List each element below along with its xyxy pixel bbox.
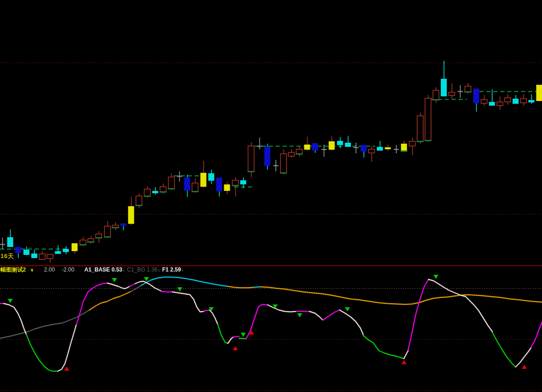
down-arrow-icon: ↓ xyxy=(158,266,160,273)
indicator-header-bar: 幅图测试2 ∨ 2.00-2.00A1_BASE 0.53↓C1_BG 1.36… xyxy=(0,266,542,274)
candle-body-filled xyxy=(224,184,230,191)
candle xyxy=(536,85,542,101)
chevron-down-icon[interactable]: ∨ xyxy=(30,266,34,273)
candle-panel-label: 16天 xyxy=(0,252,14,260)
candle xyxy=(289,149,295,158)
candle xyxy=(39,251,45,259)
candle-body-filled xyxy=(265,147,271,166)
sell-triangle-icon xyxy=(345,307,350,311)
slow-line-cyan xyxy=(141,277,228,286)
candle-body-hollow xyxy=(47,254,53,259)
indicator-lines-layer xyxy=(0,277,542,371)
candle-body-hollow xyxy=(497,102,503,106)
candle-body-filled xyxy=(32,253,38,258)
candle-body-hollow xyxy=(80,240,86,245)
candle-body-filled xyxy=(329,141,335,150)
candle xyxy=(449,83,455,99)
support-dash-layer xyxy=(0,92,542,249)
candle-body-filled xyxy=(63,249,69,252)
candle-body-hollow xyxy=(369,149,375,153)
candle xyxy=(425,95,432,142)
candle xyxy=(144,186,151,198)
candle-body-hollow xyxy=(289,152,295,156)
candle-body-hollow xyxy=(449,92,455,95)
candle-body-filled xyxy=(15,247,21,253)
sell-triangle-icon xyxy=(434,275,439,279)
indicator-readout: A1_BASE 0.53↓ xyxy=(84,266,125,273)
signal-markers-layer xyxy=(8,275,527,371)
candle xyxy=(104,221,111,238)
slow-line-cyan xyxy=(254,287,260,287)
fast-line-green xyxy=(239,338,246,339)
candle-body-hollow xyxy=(39,254,45,259)
candle xyxy=(361,145,367,158)
candle xyxy=(296,146,303,157)
candle-body-filled xyxy=(489,102,495,106)
candle xyxy=(377,141,383,151)
candle xyxy=(401,141,408,152)
candle-body-hollow xyxy=(233,180,239,185)
candle xyxy=(7,229,13,247)
candle-body-hollow xyxy=(248,146,254,171)
candle-body-hollow xyxy=(281,154,287,173)
candle-body-filled xyxy=(208,173,214,181)
candle-body-filled xyxy=(385,147,391,149)
candle xyxy=(184,175,190,197)
candle xyxy=(529,95,535,104)
candle xyxy=(80,237,87,246)
candle-body-hollow xyxy=(96,234,102,238)
candle xyxy=(120,223,126,230)
fast-line-cream xyxy=(516,348,531,367)
candle xyxy=(128,197,134,225)
fast-line-magenta xyxy=(408,279,429,350)
candle xyxy=(15,247,21,258)
fast-line-green xyxy=(492,333,516,367)
candle xyxy=(280,149,287,174)
candle-body-hollow xyxy=(481,100,487,103)
chart-canvas[interactable] xyxy=(0,0,542,392)
candle-body-hollow xyxy=(160,187,166,192)
candle xyxy=(433,87,440,103)
indicator-param: 2.00 xyxy=(44,266,55,273)
candle xyxy=(417,113,424,144)
candle xyxy=(385,145,391,151)
candle-body-filled xyxy=(216,177,222,191)
doji-candle xyxy=(177,171,182,182)
buy-triangle-icon xyxy=(233,346,238,350)
candle xyxy=(265,144,271,170)
fast-line-magenta xyxy=(233,336,239,337)
fast-line-magenta xyxy=(246,304,268,339)
slow-line-orange xyxy=(260,287,542,304)
candle xyxy=(47,254,53,263)
candle xyxy=(505,94,511,105)
indicator-readout: C1_BG 1.36↓ xyxy=(127,266,160,273)
candle-body-filled xyxy=(240,180,246,184)
indicator-name[interactable]: 幅图测试2 xyxy=(0,266,26,273)
candle-body-hollow xyxy=(192,183,198,191)
candle xyxy=(63,246,69,254)
candle xyxy=(95,231,102,243)
candle xyxy=(473,89,479,112)
candle-body-filled xyxy=(312,143,318,151)
candle-body-filled xyxy=(201,173,207,187)
fast-line-magenta xyxy=(76,283,107,324)
buy-triangle-icon xyxy=(64,367,69,371)
fast-line-cream xyxy=(107,283,130,289)
down-arrow-icon: ↓ xyxy=(122,266,125,273)
candle-body-filled xyxy=(72,243,78,251)
sell-triangle-icon xyxy=(241,333,246,337)
candle xyxy=(497,96,503,110)
candle-body-hollow xyxy=(113,225,119,228)
fast-line-magenta xyxy=(204,310,209,311)
candle xyxy=(72,243,78,254)
indicator-readout: F1 2.59↓ xyxy=(162,266,184,273)
doji-candle xyxy=(458,85,463,98)
sell-triangle-icon xyxy=(177,287,183,291)
candle-body-hollow xyxy=(417,116,423,141)
candle-body-filled xyxy=(152,191,158,193)
candle-body-filled xyxy=(337,141,343,145)
candle xyxy=(136,193,143,208)
candle-body-filled xyxy=(24,250,30,255)
fast-line-cream xyxy=(309,311,323,320)
candle xyxy=(441,61,447,96)
